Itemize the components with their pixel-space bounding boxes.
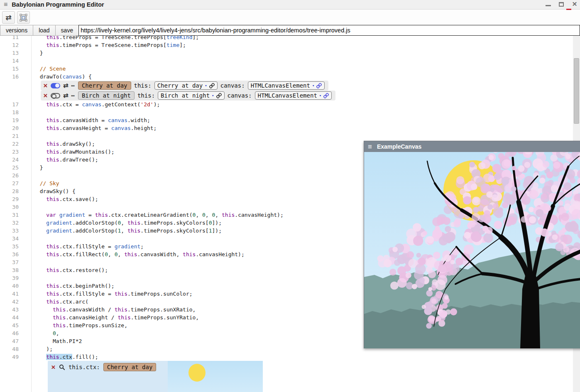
code-line: 16 drawTo(canvas) { bbox=[0, 73, 580, 81]
line-number: 27 bbox=[0, 179, 31, 187]
menu-icon[interactable]: ≡ bbox=[4, 1, 7, 8]
link-icon bbox=[216, 93, 222, 98]
example-probe-widget: ✕⇄⋯Cherry at daythis:Cherry at day▾canva… bbox=[0, 81, 580, 100]
tree-scene-drawing bbox=[364, 152, 580, 348]
dropdown-arrow-icon: ▾ bbox=[212, 93, 214, 98]
link-icon bbox=[209, 83, 215, 88]
line-number: 45 bbox=[0, 321, 31, 329]
load-button[interactable]: load bbox=[33, 25, 55, 36]
dropdown-arrow-icon: ▾ bbox=[205, 83, 207, 88]
example-name-button[interactable]: Cherry at day bbox=[78, 81, 131, 90]
swap-arrows-icon: ⇄ bbox=[5, 14, 11, 21]
url-input[interactable] bbox=[78, 25, 580, 36]
window-title: Babylonian Programming Editor bbox=[12, 1, 104, 8]
minimize-icon bbox=[546, 2, 551, 6]
save-button[interactable]: save bbox=[55, 25, 79, 36]
line-number: 12 bbox=[0, 41, 31, 49]
line-number: 24 bbox=[0, 156, 31, 164]
line-number: 21 bbox=[0, 132, 31, 140]
canvas-value-dropdown[interactable]: HTMLCanvasElement▾ bbox=[255, 91, 332, 100]
this-value-dropdown[interactable]: Cherry at day▾ bbox=[154, 81, 218, 90]
line-number: 22 bbox=[0, 140, 31, 148]
line-number: 38 bbox=[0, 266, 31, 274]
this-value-dropdown[interactable]: Birch at night▾ bbox=[158, 91, 224, 100]
line-number: 40 bbox=[0, 282, 31, 290]
code-line: 15 // Scene bbox=[0, 65, 580, 73]
maximize-icon bbox=[559, 2, 564, 7]
close-button[interactable]: ✕ bbox=[571, 1, 578, 7]
line-number: 17 bbox=[0, 100, 31, 108]
code-line: 17 this.ctx = canvas.getContext('2d'); bbox=[0, 100, 580, 108]
line-number: 39 bbox=[0, 274, 31, 282]
more-options-icon[interactable]: ⋯ bbox=[71, 92, 75, 99]
link-icon bbox=[323, 93, 329, 98]
scrollbar-thumb[interactable] bbox=[574, 58, 579, 124]
example-canvas-window[interactable]: ≡ ExampleCanvas bbox=[364, 141, 580, 348]
line-number: 19 bbox=[0, 116, 31, 124]
close-icon[interactable]: ✕ bbox=[43, 93, 48, 99]
line-number: 47 bbox=[0, 337, 31, 345]
swap-arrows-icon[interactable]: ⇄ bbox=[63, 92, 69, 99]
line-number: 32 bbox=[0, 219, 31, 227]
canvas-label: canvas: bbox=[228, 92, 252, 99]
code-line: 20 this.canvasHeight = canvas.height; bbox=[0, 124, 580, 132]
line-number: 16 bbox=[0, 73, 31, 81]
example-probe-row: ✕⇄⋯Birch at nightthis:Birch at night▾can… bbox=[41, 91, 335, 100]
close-icon[interactable]: ✕ bbox=[43, 83, 48, 89]
example-probe-row: ✕⇄⋯Cherry at daythis:Cherry at day▾canva… bbox=[41, 81, 328, 91]
line-number: 20 bbox=[0, 124, 31, 132]
example-toggle[interactable] bbox=[51, 83, 60, 88]
window-menu-icon[interactable]: ≡ bbox=[368, 143, 372, 150]
line-number: 25 bbox=[0, 164, 31, 172]
line-number: 35 bbox=[0, 243, 31, 250]
line-number: 49 bbox=[0, 353, 31, 361]
line-number: 30 bbox=[0, 203, 31, 211]
file-toolbar: versions load save bbox=[0, 25, 580, 36]
canvas-scene bbox=[364, 152, 580, 348]
swap-button[interactable]: ⇄ bbox=[2, 11, 15, 24]
app-window: { "window": { "title": "Babylonian Progr… bbox=[0, 0, 580, 392]
magnifier-icon[interactable] bbox=[59, 364, 65, 370]
line-number: 48 bbox=[0, 345, 31, 353]
versions-button[interactable]: versions bbox=[0, 25, 33, 36]
minimize-button[interactable] bbox=[544, 1, 552, 7]
line-number: 34 bbox=[0, 235, 31, 243]
line-number: 36 bbox=[0, 250, 31, 258]
code-line: 49 this.ctx.fill(); bbox=[0, 353, 580, 361]
line-number: 11 bbox=[0, 36, 31, 41]
code-line: 19 this.canvasWidth = canvas.width; bbox=[0, 116, 580, 124]
line-number: 41 bbox=[0, 290, 31, 298]
maximize-button[interactable] bbox=[558, 1, 565, 7]
line-number: 18 bbox=[0, 108, 31, 116]
code-line: 14 bbox=[0, 57, 580, 65]
example-name-button[interactable]: Birch at night bbox=[78, 91, 135, 100]
dropdown-arrow-icon: ▾ bbox=[319, 93, 321, 98]
more-options-icon[interactable]: ⋯ bbox=[71, 82, 75, 89]
probe-example-button[interactable]: Cherry at day bbox=[103, 363, 157, 371]
dropdown-arrow-icon: ▾ bbox=[312, 83, 314, 88]
code-line: 18 bbox=[0, 108, 580, 116]
close-icon[interactable]: ✕ bbox=[51, 364, 56, 370]
line-number: 13 bbox=[0, 49, 31, 57]
example-canvas-titlebar[interactable]: ≡ ExampleCanvas bbox=[364, 141, 580, 152]
example-toggle[interactable] bbox=[51, 93, 60, 98]
transform-frame-icon bbox=[20, 14, 27, 22]
this-label: this: bbox=[134, 82, 152, 89]
line-number: 43 bbox=[0, 306, 31, 314]
this-label: this: bbox=[137, 92, 155, 99]
line-number: 28 bbox=[0, 187, 31, 195]
gutter-separator bbox=[31, 36, 32, 392]
line-number: 15 bbox=[0, 65, 31, 73]
halo-select-button[interactable] bbox=[17, 11, 30, 24]
swap-arrows-icon[interactable]: ⇄ bbox=[63, 82, 69, 89]
canvas-value-dropdown[interactable]: HTMLCanvasElement▾ bbox=[248, 81, 325, 90]
line-number: 23 bbox=[0, 148, 31, 156]
window-controls: ✕ bbox=[544, 1, 578, 7]
title-bar: ≡ Babylonian Programming Editor bbox=[0, 0, 580, 10]
code-line: 13 } bbox=[0, 49, 580, 57]
link-icon bbox=[316, 83, 322, 88]
code-lines-top: 11 this.treeProps = TreeScene.treeProps[… bbox=[0, 36, 580, 81]
code-line: 12 this.timeProps = TreeScene.timeProps[… bbox=[0, 41, 580, 49]
canvas-preview bbox=[168, 361, 263, 392]
line-number: 46 bbox=[0, 329, 31, 337]
